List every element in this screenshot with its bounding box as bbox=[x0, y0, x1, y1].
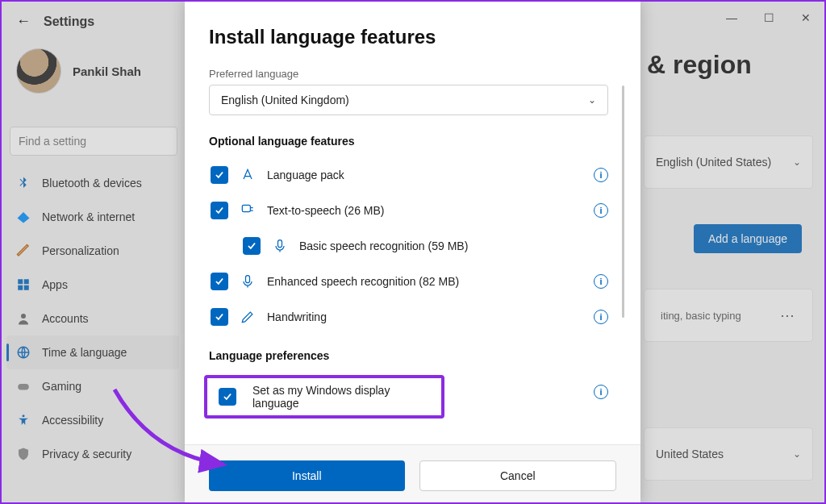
feature-row-basic-speech: Basic speech recognition (59 MB) bbox=[209, 228, 608, 264]
install-language-dialog: Install language features Preferred lang… bbox=[185, 2, 640, 504]
svg-rect-8 bbox=[242, 205, 250, 211]
feature-label: Basic speech recognition (59 MB) bbox=[299, 240, 608, 252]
info-icon[interactable]: i bbox=[594, 203, 608, 218]
checkbox-enhanced-speech[interactable] bbox=[211, 273, 228, 290]
font-icon bbox=[240, 167, 256, 183]
install-button[interactable]: Install bbox=[209, 460, 405, 491]
mic-icon bbox=[240, 273, 256, 289]
preferred-language-dropdown[interactable]: English (United Kingdom) ⌄ bbox=[209, 85, 608, 115]
checkbox-language-pack[interactable] bbox=[211, 166, 228, 184]
dropdown-value: English (United Kingdom) bbox=[221, 94, 349, 106]
svg-rect-9 bbox=[278, 240, 282, 248]
optional-features-header: Optional language features bbox=[209, 135, 608, 148]
info-icon[interactable]: i bbox=[594, 385, 608, 399]
mic-icon bbox=[272, 238, 288, 254]
dialog-footer: Install Cancel bbox=[185, 444, 640, 504]
annotation-highlight: Set as my Windows display language bbox=[204, 375, 444, 419]
feature-row-display-language: Set as my Windows display language bbox=[212, 383, 436, 410]
cancel-button[interactable]: Cancel bbox=[419, 460, 617, 491]
checkbox-handwriting[interactable] bbox=[211, 308, 228, 326]
checkbox-display-language[interactable] bbox=[219, 388, 236, 406]
feature-row-enhanced-speech: Enhanced speech recognition (82 MB) i bbox=[209, 264, 608, 299]
chevron-down-icon: ⌄ bbox=[588, 94, 596, 106]
scrollbar[interactable] bbox=[622, 85, 624, 318]
feature-label: Handwriting bbox=[267, 310, 582, 323]
language-preferences-header: Language preferences bbox=[209, 349, 608, 362]
info-icon[interactable]: i bbox=[594, 274, 608, 289]
svg-rect-10 bbox=[246, 276, 250, 283]
pen-icon bbox=[240, 309, 256, 325]
info-icon[interactable]: i bbox=[594, 168, 608, 182]
feature-row-tts: Text-to-speech (26 MB) i bbox=[209, 193, 608, 228]
checkbox-tts[interactable] bbox=[211, 202, 228, 219]
checkbox-basic-speech[interactable] bbox=[243, 237, 261, 255]
feature-label: Enhanced speech recognition (82 MB) bbox=[267, 275, 582, 288]
preferred-language-label: Preferred language bbox=[209, 68, 608, 80]
dialog-title: Install language features bbox=[209, 26, 608, 48]
feature-row-handwriting: Handwriting i bbox=[209, 299, 608, 335]
feature-label: Text-to-speech (26 MB) bbox=[267, 204, 582, 217]
feature-row-language-pack: Language pack i bbox=[209, 157, 608, 193]
feature-label: Language pack bbox=[267, 169, 582, 181]
info-icon[interactable]: i bbox=[594, 310, 608, 324]
speech-icon bbox=[240, 202, 256, 219]
feature-label: Set as my Windows display language bbox=[252, 384, 436, 410]
